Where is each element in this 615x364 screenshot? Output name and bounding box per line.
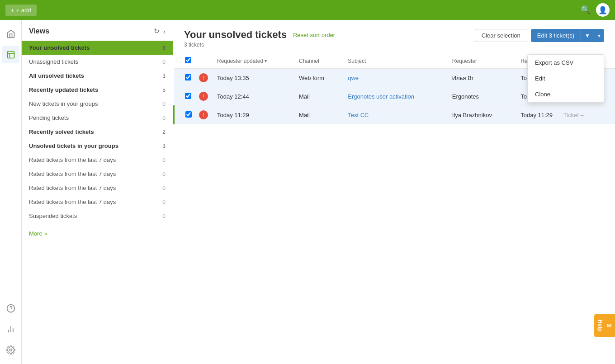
row-checkbox[interactable] bbox=[185, 74, 191, 80]
row-subject[interactable]: Test CC bbox=[342, 106, 447, 124]
add-label: + add bbox=[16, 7, 31, 14]
row-requested: Today 11:29 Ticket – bbox=[515, 106, 615, 124]
nav-reports[interactable] bbox=[2, 321, 19, 338]
dropdown-item-export-csv[interactable]: Export as CSV bbox=[528, 55, 604, 71]
sidebar-item-label: Recently updated tickets bbox=[29, 86, 98, 93]
topbar-right: 🔍 👤 bbox=[581, 3, 610, 17]
content-title: Your unsolved tickets bbox=[184, 29, 287, 41]
sidebar-item-unsolved-groups[interactable]: Unsolved tickets in your groups 3 bbox=[22, 139, 173, 153]
header-checkbox-col bbox=[174, 53, 198, 69]
sidebar-list: Your unsolved tickets 3 Unassigned ticke… bbox=[22, 39, 173, 225]
sidebar-item-unassigned[interactable]: Unassigned tickets 0 bbox=[22, 55, 173, 69]
sidebar: Views ↻ ‹ Your unsolved tickets 3 Unassi… bbox=[22, 20, 173, 364]
sidebar-item-label: New tickets in your groups bbox=[29, 100, 98, 107]
sidebar-item-rated-7-3[interactable]: Rated tickets from the last 7 days 0 bbox=[22, 181, 173, 195]
edit-tickets-button[interactable]: Edit 3 ticket(s) bbox=[531, 29, 581, 42]
row-checkbox[interactable] bbox=[185, 93, 191, 99]
dropdown-menu: Export as CSVEditClone bbox=[527, 54, 604, 103]
sidebar-item-new-in-groups[interactable]: New tickets in your groups 0 bbox=[22, 97, 173, 111]
help-label: Help bbox=[597, 320, 603, 331]
sidebar-item-pending[interactable]: Pending tickets 0 bbox=[22, 111, 173, 125]
nav-tickets[interactable] bbox=[2, 46, 19, 63]
search-icon[interactable]: 🔍 bbox=[581, 5, 591, 15]
title-row: Your unsolved tickets Reset sort order bbox=[184, 29, 335, 41]
ticket-status-icon: ! bbox=[199, 92, 208, 101]
nav-home[interactable] bbox=[2, 25, 19, 43]
sidebar-actions: ↻ ‹ bbox=[154, 27, 166, 35]
content-subtitle: 3 tickets bbox=[184, 42, 335, 48]
sidebar-item-rated-7-1[interactable]: Rated tickets from the last 7 days 0 bbox=[22, 153, 173, 167]
nav-settings[interactable] bbox=[2, 341, 19, 359]
row-checkbox[interactable] bbox=[185, 111, 192, 118]
sidebar-item-count: 3 bbox=[158, 73, 166, 79]
add-button[interactable]: + + add bbox=[5, 5, 37, 16]
sidebar-item-count: 0 bbox=[158, 157, 166, 163]
row-checkbox-cell[interactable] bbox=[174, 69, 198, 87]
dropdown-item-clone[interactable]: Clone bbox=[528, 86, 604, 102]
help-button[interactable]: ✉ Help bbox=[594, 314, 615, 337]
main-layout: Views ↻ ‹ Your unsolved tickets 3 Unassi… bbox=[0, 20, 615, 364]
reset-sort-link[interactable]: Reset sort order bbox=[293, 32, 335, 38]
row-checkbox-cell[interactable] bbox=[174, 106, 198, 124]
sidebar-item-your-unsolved[interactable]: Your unsolved tickets 3 bbox=[22, 41, 173, 55]
sidebar-item-label: Unsolved tickets in your groups bbox=[29, 142, 118, 149]
row-checkbox-cell[interactable] bbox=[174, 87, 198, 106]
header-requester: Requester bbox=[447, 53, 515, 69]
sidebar-item-label: Rated tickets from the last 7 days bbox=[29, 156, 116, 163]
topbar: + + add 🔍 👤 bbox=[0, 0, 615, 20]
sidebar-item-count: 0 bbox=[158, 199, 166, 205]
sidebar-header: Views ↻ ‹ bbox=[22, 20, 173, 39]
row-channel: Mail bbox=[293, 106, 342, 124]
sidebar-item-recently-solved[interactable]: Recently solved tickets 2 bbox=[22, 125, 173, 139]
row-channel: Web form bbox=[293, 69, 342, 87]
row-requester: Ilya Brazhnikov bbox=[447, 106, 515, 124]
row-subject[interactable]: Ergonotes user activation bbox=[342, 87, 447, 106]
sidebar-item-count: 0 bbox=[158, 115, 166, 121]
avatar-icon: 👤 bbox=[598, 6, 607, 14]
sidebar-item-label: Rated tickets from the last 7 days bbox=[29, 199, 116, 205]
icon-nav bbox=[0, 20, 22, 364]
icon-nav-bottom bbox=[2, 300, 19, 364]
nav-support[interactable] bbox=[2, 300, 19, 317]
header-requester-updated[interactable]: Requester updated ▾ bbox=[212, 53, 293, 69]
sidebar-item-count: 2 bbox=[158, 129, 166, 135]
svg-rect-0 bbox=[7, 52, 14, 58]
header-channel: Channel bbox=[293, 53, 342, 69]
sidebar-item-label: All unsolved tickets bbox=[29, 72, 84, 79]
sidebar-item-label: Rated tickets from the last 7 days bbox=[29, 184, 116, 191]
more-link[interactable]: More » bbox=[29, 230, 47, 237]
edit-button-group: Edit 3 ticket(s) ▼ ▾ bbox=[531, 29, 604, 42]
refresh-icon[interactable]: ↻ bbox=[154, 27, 160, 35]
sidebar-item-count: 5 bbox=[158, 87, 166, 93]
plus-icon: + bbox=[11, 7, 14, 14]
collapse-icon[interactable]: ‹ bbox=[163, 28, 166, 35]
sidebar-item-label: Suspended tickets bbox=[29, 213, 77, 219]
sidebar-item-count: 0 bbox=[158, 101, 166, 107]
sidebar-item-count: 0 bbox=[158, 185, 166, 191]
clear-selection-button[interactable]: Clear selection bbox=[475, 29, 527, 42]
sidebar-item-suspended[interactable]: Suspended tickets 0 bbox=[22, 209, 173, 223]
row-requester-updated: Today 12:44 bbox=[212, 87, 293, 106]
sidebar-item-rated-7-4[interactable]: Rated tickets from the last 7 days 0 bbox=[22, 195, 173, 209]
sidebar-item-label: Your unsolved tickets bbox=[29, 44, 90, 51]
dropdown-item-edit[interactable]: Edit bbox=[528, 71, 604, 86]
ticket-status-icon: ! bbox=[199, 110, 208, 119]
sidebar-item-rated-7-2[interactable]: Rated tickets from the last 7 days 0 bbox=[22, 167, 173, 181]
edit-dropdown-button[interactable]: ▼ bbox=[581, 29, 594, 42]
row-subject[interactable]: qwe bbox=[342, 69, 447, 87]
sidebar-item-all-unsolved[interactable]: All unsolved tickets 3 bbox=[22, 69, 173, 83]
row-requester-updated: Today 13:35 bbox=[212, 69, 293, 87]
select-all-checkbox[interactable] bbox=[185, 57, 191, 63]
split-dropdown-button[interactable]: ▾ bbox=[594, 29, 604, 42]
content-header: Your unsolved tickets Reset sort order 3… bbox=[173, 20, 615, 53]
row-icon-cell: ! bbox=[197, 87, 212, 106]
content-title-area: Your unsolved tickets Reset sort order 3… bbox=[184, 29, 335, 48]
topbar-left: + + add bbox=[5, 5, 37, 16]
svg-point-8 bbox=[9, 349, 12, 351]
row-icon-cell: ! bbox=[197, 106, 212, 124]
avatar[interactable]: 👤 bbox=[596, 3, 610, 17]
sidebar-item-count: 0 bbox=[158, 213, 166, 219]
sidebar-item-recently-updated[interactable]: Recently updated tickets 5 bbox=[22, 83, 173, 97]
sidebar-item-count: 3 bbox=[158, 143, 166, 149]
sidebar-item-label: Unassigned tickets bbox=[29, 58, 78, 65]
